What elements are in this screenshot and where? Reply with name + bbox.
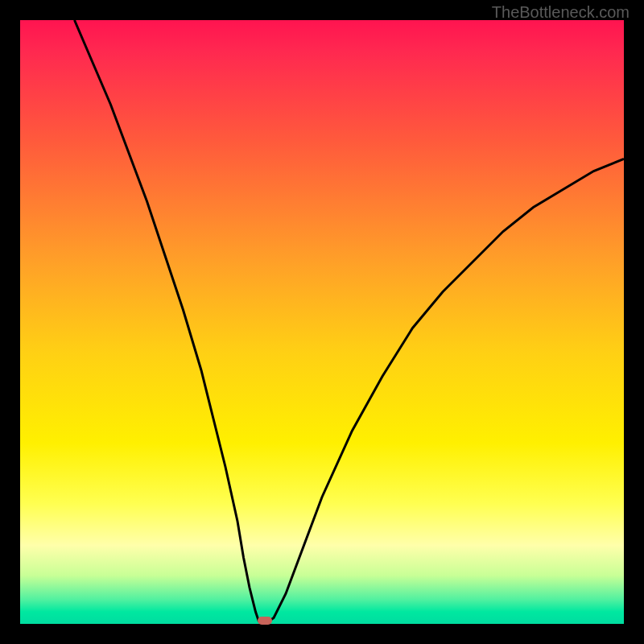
optimal-point-marker [258, 617, 272, 625]
bottleneck-curve [20, 20, 624, 624]
chart-plot-area [20, 20, 624, 624]
watermark-text: TheBottleneck.com [492, 3, 630, 22]
